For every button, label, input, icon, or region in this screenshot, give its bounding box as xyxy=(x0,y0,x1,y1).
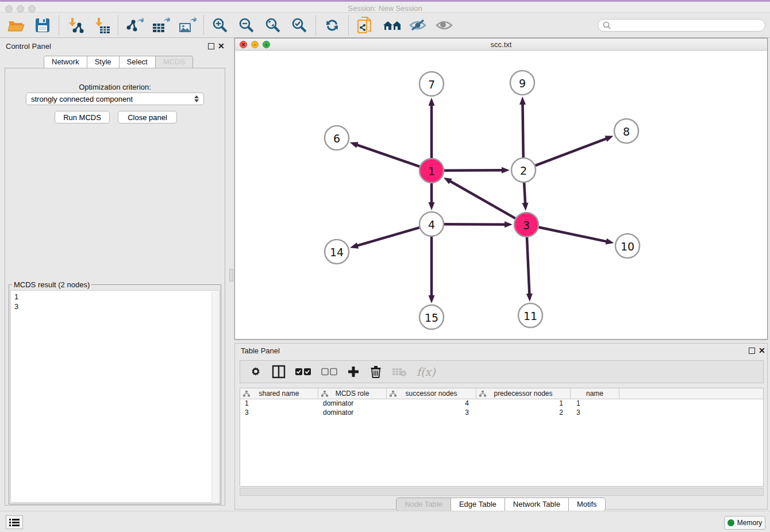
eye-icon[interactable] xyxy=(435,16,453,34)
panel-splitter-handle[interactable] xyxy=(229,269,233,282)
column-header-name[interactable]: name xyxy=(571,388,619,399)
optimization-criterion-label: Optimization criterion: xyxy=(5,83,225,91)
table-panel: Table Panel ✕ f(x) shared name xyxy=(234,343,768,510)
zoom-selected-icon[interactable] xyxy=(290,16,309,34)
graph-node-label: 2 xyxy=(520,164,527,177)
column-header-successor-nodes[interactable]: successor nodes xyxy=(387,388,476,399)
tab-mcds[interactable]: MCDS xyxy=(155,56,193,68)
memory-button[interactable]: Memory xyxy=(724,516,765,530)
graph-node-label: 14 xyxy=(330,246,344,259)
graph-edge-2-8[interactable] xyxy=(536,138,607,165)
control-panel-title: Control Panel xyxy=(6,42,51,51)
column-header-shared-name[interactable]: shared name xyxy=(240,388,318,399)
graph-edge-3-11[interactable] xyxy=(527,237,529,295)
graph-node-label: 10 xyxy=(621,240,634,253)
graph-arrowhead xyxy=(606,238,614,245)
add-column-icon[interactable] xyxy=(347,364,360,380)
delete-column-icon[interactable] xyxy=(369,364,382,380)
tab-style[interactable]: Style xyxy=(87,56,120,68)
column-header-predecessor-nodes[interactable]: predecessor nodes xyxy=(476,388,571,399)
apply-function-icon[interactable]: f(x) xyxy=(417,364,436,380)
graph-edge-3-1[interactable] xyxy=(449,181,515,218)
table-panel-title: Table Panel xyxy=(241,346,280,355)
close-table-panel-icon[interactable]: ✕ xyxy=(759,346,765,355)
graph-edge-4-14[interactable] xyxy=(357,228,419,246)
tab-motifs[interactable]: Motifs xyxy=(568,498,606,511)
graph-arrowhead xyxy=(526,294,533,302)
mcds-result-item: 1 xyxy=(14,292,219,302)
table-row[interactable]: 3 dominator 3 2 3 xyxy=(240,408,763,418)
graph-edge-3-10[interactable] xyxy=(539,228,607,242)
zoom-in-icon[interactable] xyxy=(211,16,229,34)
task-history-button[interactable] xyxy=(6,515,23,529)
graph-edge-1-2[interactable] xyxy=(444,170,503,171)
open-session-icon[interactable] xyxy=(7,16,25,34)
control-panel: Control Panel ✕ Network Style Select MCD… xyxy=(0,38,230,510)
network-window-titlebar[interactable]: ✕ − ＋ scc.txt xyxy=(235,38,767,51)
run-mcds-button[interactable]: Run MCDS xyxy=(55,111,110,124)
main-toolbar xyxy=(0,13,770,38)
tab-network[interactable]: Network xyxy=(44,56,87,68)
result-scrollbar[interactable] xyxy=(211,291,218,503)
zoom-out-icon[interactable] xyxy=(237,16,256,34)
table-row[interactable]: 1 dominator 4 1 1 xyxy=(240,399,763,408)
graph-arrowhead xyxy=(505,221,513,228)
close-panel-button[interactable]: Close panel xyxy=(118,111,177,124)
graph-edge-4-3[interactable] xyxy=(444,224,506,225)
graph-node-label: 15 xyxy=(425,311,438,324)
graph-edge-2-9[interactable] xyxy=(522,103,523,157)
graph-node-label: 11 xyxy=(523,310,537,322)
graph-node-label: 4 xyxy=(428,218,435,231)
export-image-icon[interactable] xyxy=(178,16,197,34)
graph-arrowhead xyxy=(444,178,452,184)
tab-select[interactable]: Select xyxy=(119,56,156,68)
graph-arrowhead xyxy=(350,142,359,148)
graph-arrowhead xyxy=(502,167,510,174)
import-network-icon[interactable] xyxy=(66,16,84,34)
float-panel-icon[interactable] xyxy=(208,43,214,49)
float-table-panel-icon[interactable] xyxy=(749,348,755,354)
graph-node-label: 1 xyxy=(428,165,435,178)
network-graph[interactable]: 7968124314101511 xyxy=(235,51,767,339)
search-input[interactable] xyxy=(614,21,760,29)
graph-node-label: 8 xyxy=(623,125,630,138)
tab-node-table[interactable]: Node Table xyxy=(396,498,451,511)
tab-network-table[interactable]: Network Table xyxy=(505,498,569,511)
tab-edge-table[interactable]: Edge Table xyxy=(451,498,505,511)
search-icon xyxy=(603,21,611,29)
mcds-result-list[interactable]: 1 3 xyxy=(10,290,220,503)
mcds-result-title: MCDS result (2 nodes) xyxy=(12,280,91,289)
export-table-icon[interactable] xyxy=(152,16,170,34)
close-panel-icon[interactable]: ✕ xyxy=(218,41,225,51)
graph-edge-1-6[interactable] xyxy=(356,145,419,167)
graph-node-label: 6 xyxy=(333,132,340,145)
graph-edge-2-3[interactable] xyxy=(524,183,525,204)
show-columns-icon[interactable] xyxy=(272,364,286,380)
select-all-columns-icon[interactable] xyxy=(295,364,311,380)
delete-table-icon[interactable] xyxy=(392,364,407,380)
export-network-icon[interactable] xyxy=(125,16,144,34)
table-horizontal-scrollbar[interactable] xyxy=(240,488,764,496)
graph-node-label: 9 xyxy=(519,77,526,90)
zoom-fit-icon[interactable] xyxy=(264,16,282,34)
graph-arrowhead xyxy=(429,295,435,303)
optimization-criterion-value: strongly connected component xyxy=(31,95,133,103)
status-bar: Memory xyxy=(0,511,770,532)
search-box[interactable] xyxy=(598,19,765,32)
houses-icon[interactable] xyxy=(382,16,401,34)
save-session-icon[interactable] xyxy=(33,16,52,34)
duplicate-network-icon[interactable] xyxy=(356,16,374,34)
refresh-icon[interactable] xyxy=(323,16,341,34)
eye-hide-icon[interactable] xyxy=(409,16,427,34)
deselect-all-columns-icon[interactable] xyxy=(321,364,337,380)
table-toolbar: f(x) xyxy=(240,360,764,383)
column-header-mcds-role[interactable]: MCDS role xyxy=(318,388,387,399)
tree-icon xyxy=(390,391,396,397)
tree-icon xyxy=(243,391,250,397)
optimization-criterion-select[interactable]: strongly connected component xyxy=(26,92,204,105)
graph-arrowhead xyxy=(519,97,526,105)
select-chevrons-icon xyxy=(194,95,199,102)
import-table-icon[interactable] xyxy=(93,16,111,34)
network-canvas[interactable]: 7968124314101511 xyxy=(235,51,767,339)
table-settings-gear-icon[interactable] xyxy=(249,364,262,380)
